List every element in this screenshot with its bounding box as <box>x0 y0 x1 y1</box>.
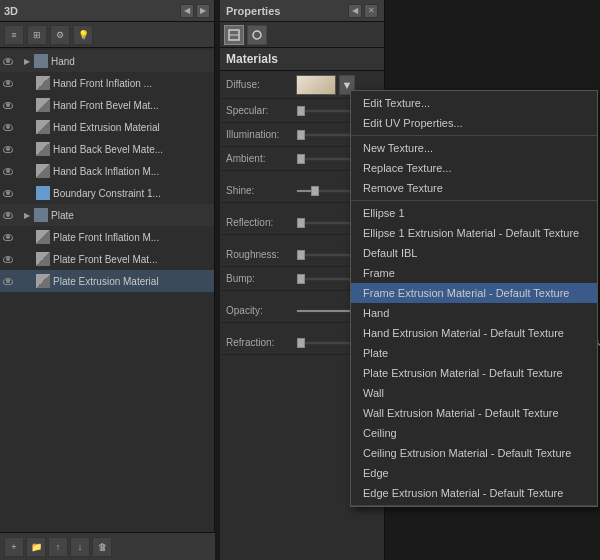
3d-panel-title: 3D <box>4 5 18 17</box>
eye-icon <box>3 102 13 109</box>
panel-controls: ◀ ▶ <box>180 4 210 18</box>
menu-item-plate-extrusion[interactable]: Plate Extrusion Material - Default Textu… <box>351 363 597 383</box>
delete-icon[interactable]: 🗑 <box>92 537 112 557</box>
reflection-label: Reflection: <box>226 217 296 228</box>
texture-dropdown-menu: Edit Texture... Edit UV Properties... Ne… <box>350 90 598 507</box>
opacity-label: Opacity: <box>226 305 296 316</box>
eye-icon <box>3 212 13 219</box>
menu-item-default-ibl[interactable]: Default IBL <box>351 243 597 263</box>
3d-bottom-toolbar: + 📁 ↑ ↓ 🗑 <box>0 532 215 560</box>
layer-item[interactable]: Hand Back Bevel Mate... <box>0 138 214 160</box>
refraction-label: Refraction: <box>226 337 296 348</box>
menu-item-ellipse-1[interactable]: Ellipse 1 <box>351 203 597 223</box>
layer-item[interactable]: Plate Front Bevel Mat... <box>0 248 214 270</box>
menu-item-ellipse-1-extrusion[interactable]: Ellipse 1 Extrusion Material - Default T… <box>351 223 597 243</box>
menu-item-edit-texture[interactable]: Edit Texture... <box>351 93 597 113</box>
menu-item-plate[interactable]: Plate <box>351 343 597 363</box>
visibility-toggle[interactable] <box>0 116 16 138</box>
properties-panel-title: Properties <box>226 5 280 17</box>
collapse-btn[interactable]: ◀ <box>348 4 362 18</box>
layer-item[interactable]: Hand Front Bevel Mat... <box>0 94 214 116</box>
menu-item-ceiling-extrusion[interactable]: Ceiling Extrusion Material - Default Tex… <box>351 443 597 463</box>
visibility-toggle[interactable] <box>0 50 16 72</box>
properties-panel-header: Properties ◀ ✕ <box>220 0 384 22</box>
layers-icon[interactable]: ≡ <box>4 25 24 45</box>
mesh-icon <box>36 230 50 244</box>
layer-item[interactable]: Hand Back Inflation M... <box>0 160 214 182</box>
layer-name: Hand <box>51 56 75 67</box>
3d-panel-header: 3D ◀ ▶ <box>0 0 214 22</box>
layer-name: Boundary Constraint 1... <box>53 188 161 199</box>
visibility-toggle[interactable] <box>0 204 16 226</box>
layer-name: Plate <box>51 210 74 221</box>
layer-name: Hand Front Bevel Mat... <box>53 100 159 111</box>
menu-item-wall-extrusion[interactable]: Wall Extrusion Material - Default Textur… <box>351 403 597 423</box>
visibility-toggle[interactable] <box>0 160 16 182</box>
layer-name: Hand Extrusion Material <box>53 122 160 133</box>
eye-icon <box>3 58 13 65</box>
menu-item-remove-texture[interactable]: Remove Texture <box>351 178 597 198</box>
expand-btn[interactable]: ▶ <box>196 4 210 18</box>
mesh-icon <box>36 274 50 288</box>
mesh-icon <box>36 142 50 156</box>
menu-item-edit-uv-properties[interactable]: Edit UV Properties... <box>351 113 597 133</box>
eye-icon <box>3 168 13 175</box>
menu-item-ceiling[interactable]: Ceiling <box>351 423 597 443</box>
constraint-icon <box>36 186 50 200</box>
mesh-icon <box>36 252 50 266</box>
close-btn[interactable]: ✕ <box>364 4 378 18</box>
layer-item[interactable]: ▶ Plate <box>0 204 214 226</box>
layer-item[interactable]: ▶ Hand <box>0 50 214 72</box>
tab-icon-material[interactable] <box>247 25 267 45</box>
eye-icon <box>3 278 13 285</box>
visibility-toggle[interactable] <box>0 72 16 94</box>
roughness-label: Roughness: <box>226 249 296 260</box>
move-down-icon[interactable]: ↓ <box>70 537 90 557</box>
menu-item-hand-extrusion[interactable]: Hand Extrusion Material - Default Textur… <box>351 323 597 343</box>
eye-icon <box>3 146 13 153</box>
collapse-btn[interactable]: ◀ <box>180 4 194 18</box>
visibility-toggle[interactable] <box>0 248 16 270</box>
visibility-toggle[interactable] <box>0 94 16 116</box>
layer-name: Hand Front Inflation ... <box>53 78 152 89</box>
move-up-icon[interactable]: ↑ <box>48 537 68 557</box>
menu-item-hand[interactable]: Hand <box>351 303 597 323</box>
menu-item-frame-extrusion[interactable]: Frame Extrusion Material - Default Textu… <box>351 283 597 303</box>
menu-item-new-texture[interactable]: New Texture... <box>351 138 597 158</box>
layer-item[interactable]: Hand Extrusion Material <box>0 116 214 138</box>
menu-item-frame[interactable]: Frame <box>351 263 597 283</box>
visibility-toggle[interactable] <box>0 138 16 160</box>
menu-item-edge-extrusion[interactable]: Edge Extrusion Material - Default Textur… <box>351 483 597 503</box>
tab-icon-mesh[interactable] <box>224 25 244 45</box>
folder-icon[interactable]: 📁 <box>26 537 46 557</box>
layer-item[interactable]: Boundary Constraint 1... <box>0 182 214 204</box>
visibility-toggle[interactable] <box>0 226 16 248</box>
bump-label: Bump: <box>226 273 296 284</box>
eye-icon <box>3 256 13 263</box>
settings-icon[interactable]: ⚙ <box>50 25 70 45</box>
layer-name: Hand Back Inflation M... <box>53 166 159 177</box>
visibility-toggle[interactable] <box>0 182 16 204</box>
mesh-icon <box>36 164 50 178</box>
add-icon[interactable]: + <box>4 537 24 557</box>
illumination-label: Illumination: <box>226 129 296 140</box>
light-icon[interactable]: 💡 <box>73 25 93 45</box>
menu-item-wall[interactable]: Wall <box>351 383 597 403</box>
menu-section-texture-ops: New Texture... Replace Texture... Remove… <box>351 136 597 201</box>
layer-name: Plate Front Bevel Mat... <box>53 254 158 265</box>
properties-tabs <box>220 22 384 48</box>
3d-panel: 3D ◀ ▶ ≡ ⊞ ⚙ 💡 ▶ Hand Hand Front Inflati… <box>0 0 215 560</box>
menu-item-edge[interactable]: Edge <box>351 463 597 483</box>
group-icon <box>34 54 48 68</box>
filter-icon[interactable]: ⊞ <box>27 25 47 45</box>
expand-arrow: ▶ <box>24 211 34 220</box>
menu-item-replace-texture[interactable]: Replace Texture... <box>351 158 597 178</box>
layers-list: ▶ Hand Hand Front Inflation ... Hand Fro… <box>0 48 214 294</box>
layer-item[interactable]: Hand Front Inflation ... <box>0 72 214 94</box>
layer-item[interactable]: Plate Extrusion Material <box>0 270 214 292</box>
visibility-toggle[interactable] <box>0 270 16 292</box>
panel-controls: ◀ ✕ <box>348 4 378 18</box>
diffuse-label: Diffuse: <box>226 79 296 90</box>
layer-item[interactable]: Plate Front Inflation M... <box>0 226 214 248</box>
shine-label: Shine: <box>226 185 296 196</box>
